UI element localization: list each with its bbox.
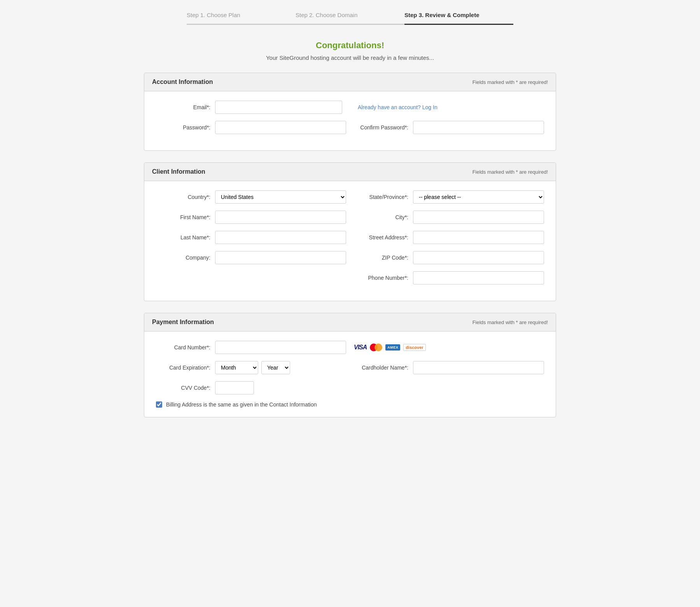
step-1-label: Step 1. Choose Plan	[187, 12, 240, 21]
expiry-selects: MonthJanuaryFebruaryMarchAprilMayJuneJul…	[215, 361, 290, 374]
client-section-note: Fields marked with * are required!	[472, 169, 548, 175]
login-link-col: Already have an account? Log In	[350, 104, 544, 110]
billing-checkbox-label: Billing Address is the same as given in …	[166, 401, 317, 408]
step-2: Step 2. Choose Domain	[296, 12, 404, 25]
account-section: Account Information Fields marked with *…	[144, 73, 556, 151]
street-label: Street Address*:	[354, 234, 408, 241]
client-section: Client Information Fields marked with * …	[144, 162, 556, 301]
login-link[interactable]: Already have an account? Log In	[358, 104, 438, 110]
phone-row: Phone Number*:	[156, 271, 544, 284]
amex-icon: AMEX	[385, 344, 400, 351]
password-input[interactable]	[215, 121, 346, 134]
street-col: Street Address*:	[354, 231, 544, 244]
client-section-title: Client Information	[152, 168, 205, 175]
email-label: Email*:	[156, 104, 210, 110]
cardholder-input[interactable]	[413, 361, 544, 374]
confirm-password-input[interactable]	[413, 121, 544, 134]
company-input[interactable]	[215, 251, 346, 264]
state-label: State/Province*:	[354, 194, 408, 200]
lastname-input[interactable]	[215, 231, 346, 244]
password-col: Password*:	[156, 121, 346, 134]
step-3-label: Step 3. Review & Complete	[404, 12, 480, 21]
confirm-password-label: Confirm Password*:	[354, 124, 408, 131]
card-number-label: Card Number*:	[156, 344, 210, 351]
visa-icon: VISA	[354, 344, 367, 351]
cardholder-label: Cardholder Name*:	[354, 365, 408, 371]
month-select[interactable]: MonthJanuaryFebruaryMarchAprilMayJuneJul…	[215, 361, 258, 374]
cvv-col: CVV Code*:	[156, 381, 346, 394]
account-section-header: Account Information Fields marked with *…	[144, 73, 556, 91]
country-col: Country*: United States	[156, 190, 346, 204]
mastercard-icon	[370, 344, 382, 351]
firstname-col: First Name*:	[156, 211, 346, 224]
payment-section-title: Payment Information	[152, 319, 214, 326]
email-col: Email*:	[156, 101, 342, 114]
lastname-col: Last Name*:	[156, 231, 346, 244]
city-input[interactable]	[413, 211, 544, 224]
payment-section: Payment Information Fields marked with *…	[144, 313, 556, 417]
payment-section-note: Fields marked with * are required!	[472, 319, 548, 325]
account-section-body: Email*: Already have an account? Log In …	[144, 91, 556, 150]
zip-col: ZIP Code*:	[354, 251, 544, 264]
email-input[interactable]	[215, 101, 342, 114]
payment-section-body: Card Number*: VISA AMEX discover	[144, 331, 556, 417]
step-2-label: Step 2. Choose Domain	[296, 12, 357, 21]
step-3: Step 3. Review & Complete	[404, 12, 513, 25]
firstname-label: First Name*:	[156, 214, 210, 220]
email-row: Email*: Already have an account? Log In	[156, 101, 544, 114]
street-input[interactable]	[413, 231, 544, 244]
state-select[interactable]: -- please select --	[413, 190, 544, 204]
lastname-street-row: Last Name*: Street Address*:	[156, 231, 544, 244]
account-section-note: Fields marked with * are required!	[472, 79, 548, 85]
zip-input[interactable]	[413, 251, 544, 264]
year-select[interactable]: Year202420252026202720282029203020312032…	[261, 361, 290, 374]
step-1: Step 1. Choose Plan	[187, 12, 296, 25]
congrats-subtitle: Your SiteGround hosting account will be …	[144, 54, 556, 61]
firstname-city-row: First Name*: City*:	[156, 211, 544, 224]
firstname-input[interactable]	[215, 211, 346, 224]
card-icons-col: VISA AMEX discover	[354, 344, 544, 351]
lastname-label: Last Name*:	[156, 234, 210, 241]
phone-input[interactable]	[413, 271, 544, 284]
steps-nav: Step 1. Choose Plan Step 2. Choose Domai…	[144, 12, 556, 25]
client-section-body: Country*: United States State/Province*:…	[144, 181, 556, 301]
phone-col: Phone Number*:	[354, 271, 544, 284]
cardholder-col: Cardholder Name*:	[354, 361, 544, 374]
state-col: State/Province*: -- please select --	[354, 190, 544, 204]
company-label: Company:	[156, 255, 210, 261]
city-col: City*:	[354, 211, 544, 224]
expiry-cardholder-row: Card Expiration*: MonthJanuaryFebruaryMa…	[156, 361, 544, 374]
billing-checkbox[interactable]	[156, 401, 162, 408]
password-row: Password*: Confirm Password*:	[156, 121, 544, 134]
confirm-password-col: Confirm Password*:	[354, 121, 544, 134]
cvv-label: CVV Code*:	[156, 385, 210, 391]
company-zip-row: Company: ZIP Code*:	[156, 251, 544, 264]
country-label: Country*:	[156, 194, 210, 200]
congrats-title: Congratulations!	[144, 40, 556, 51]
expiry-label: Card Expiration*:	[156, 365, 210, 371]
phone-label: Phone Number*:	[354, 275, 408, 281]
page-wrapper: Step 1. Choose Plan Step 2. Choose Domai…	[136, 0, 564, 452]
billing-checkbox-row: Billing Address is the same as given in …	[156, 401, 544, 408]
discover-icon: discover	[403, 344, 425, 351]
cvv-row: CVV Code*:	[156, 381, 544, 394]
cvv-input[interactable]	[215, 381, 254, 394]
city-label: City*:	[354, 214, 408, 220]
country-select[interactable]: United States	[215, 190, 346, 204]
expiry-col: Card Expiration*: MonthJanuaryFebruaryMa…	[156, 361, 346, 374]
card-number-row: Card Number*: VISA AMEX discover	[156, 341, 544, 354]
client-section-header: Client Information Fields marked with * …	[144, 163, 556, 181]
payment-section-header: Payment Information Fields marked with *…	[144, 313, 556, 331]
zip-label: ZIP Code*:	[354, 255, 408, 261]
password-label: Password*:	[156, 124, 210, 131]
country-state-row: Country*: United States State/Province*:…	[156, 190, 544, 204]
card-number-col: Card Number*:	[156, 341, 346, 354]
account-section-title: Account Information	[152, 78, 213, 85]
company-col: Company:	[156, 251, 346, 264]
card-number-input[interactable]	[215, 341, 346, 354]
